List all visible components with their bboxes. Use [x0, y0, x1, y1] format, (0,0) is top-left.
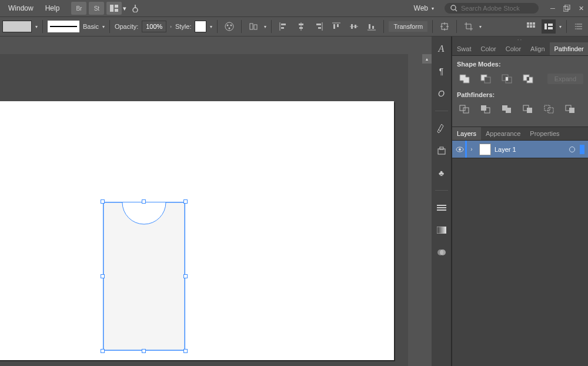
tab-layers[interactable]: Layers: [452, 127, 481, 140]
stroke-panel-icon[interactable]: [434, 200, 449, 215]
panel-menu-icon[interactable]: [572, 19, 586, 34]
recolor-icon[interactable]: [222, 19, 236, 34]
opacity-label: Opacity:: [115, 23, 138, 30]
character-panel-icon[interactable]: A: [434, 41, 449, 56]
tab-appearance[interactable]: Appearance: [481, 127, 525, 140]
layer-name[interactable]: Layer 1: [495, 146, 516, 153]
tab-properties[interactable]: Properties: [525, 127, 564, 140]
handle-tl[interactable]: [101, 199, 105, 204]
bridge-icon[interactable]: Br: [71, 2, 86, 15]
panel-arrange-icon[interactable]: [542, 19, 556, 34]
visibility-toggle-icon[interactable]: [456, 145, 464, 154]
grid-view-icon[interactable]: [524, 19, 538, 34]
pathfinders-heading: Pathfinders:: [457, 91, 583, 98]
align-vcenter-icon[interactable]: [347, 19, 361, 34]
fill-caret-icon[interactable]: ▾: [35, 24, 38, 29]
align-to-caret-icon[interactable]: ▾: [264, 24, 266, 29]
paragraph-panel-icon[interactable]: ¶: [434, 64, 449, 79]
svg-rect-14: [254, 25, 257, 29]
tab-swatches[interactable]: Swat: [452, 42, 476, 55]
svg-rect-32: [372, 26, 374, 29]
svg-point-3: [133, 8, 138, 12]
svg-point-5: [451, 5, 456, 10]
tab-color-guide[interactable]: Color: [501, 42, 526, 55]
trim-button[interactable]: [478, 103, 493, 116]
transparency-panel-icon[interactable]: [434, 245, 449, 260]
transform-button[interactable]: Transform: [389, 21, 427, 32]
layer-row[interactable]: › Layer 1: [452, 141, 588, 158]
collapsed-panel-strip: A ¶ O ♣: [432, 36, 452, 366]
align-hcenter-icon[interactable]: [294, 19, 308, 34]
stock-icon[interactable]: St: [89, 2, 104, 15]
exclude-button[interactable]: [520, 72, 536, 85]
svg-rect-26: [337, 24, 339, 27]
svg-rect-65: [506, 77, 508, 81]
handle-br[interactable]: [183, 349, 188, 353]
brushes-panel-icon[interactable]: [434, 121, 449, 136]
align-bottom-icon[interactable]: [365, 19, 379, 34]
panel-drag-handle[interactable]: [452, 36, 588, 42]
handle-tr[interactable]: [183, 199, 188, 204]
opacity-field[interactable]: 100%: [142, 21, 166, 32]
arrange-caret-icon[interactable]: ▾: [123, 5, 126, 12]
style-swatch[interactable]: [195, 21, 206, 32]
handle-tm[interactable]: [142, 199, 146, 204]
unite-button[interactable]: [457, 72, 472, 85]
align-right-icon[interactable]: [312, 19, 326, 34]
style-caret-icon[interactable]: ▾: [210, 24, 212, 29]
canvas[interactable]: [0, 54, 408, 366]
close-button[interactable]: ✕: [576, 4, 586, 13]
outline-button[interactable]: [542, 103, 557, 116]
opacity-caret-icon[interactable]: ›: [170, 24, 172, 29]
symbols-panel-icon[interactable]: [434, 143, 449, 158]
minus-back-button[interactable]: [563, 103, 578, 116]
stroke-profile-caret-icon[interactable]: ▾: [102, 24, 105, 29]
handle-bl[interactable]: [101, 349, 105, 353]
right-panels: Swat Color Color Align Pathfinder Shape …: [452, 36, 588, 366]
vertical-scrollbar[interactable]: ▴: [422, 54, 432, 366]
svg-rect-23: [318, 27, 321, 29]
selection-bounding-box[interactable]: [103, 202, 185, 351]
restore-button[interactable]: [562, 4, 572, 13]
layer-selection-indicator[interactable]: [580, 145, 584, 154]
crop-icon[interactable]: [462, 19, 476, 34]
align-top-icon[interactable]: [329, 19, 343, 34]
intersect-button[interactable]: [499, 72, 514, 85]
align-left-icon[interactable]: [276, 19, 290, 34]
svg-rect-7: [563, 6, 568, 11]
tab-pathfinder[interactable]: Pathfinder: [550, 42, 588, 55]
menu-help[interactable]: Help: [39, 2, 66, 15]
minimize-button[interactable]: ─: [548, 4, 557, 13]
handle-ml[interactable]: [101, 274, 105, 278]
layer-expand-icon[interactable]: ›: [467, 146, 476, 152]
opentype-panel-icon[interactable]: O: [434, 86, 449, 101]
layer-target-icon[interactable]: [569, 147, 575, 152]
stroke-preview[interactable]: [48, 21, 79, 32]
arrange-documents-icon[interactable]: [106, 2, 122, 15]
tab-color[interactable]: Color: [476, 42, 500, 55]
handle-bm[interactable]: [142, 349, 146, 353]
scroll-up-icon[interactable]: ▴: [422, 54, 432, 64]
crop-caret-icon[interactable]: ▾: [479, 24, 482, 29]
divide-button[interactable]: [457, 103, 472, 116]
isolate-icon[interactable]: [437, 19, 452, 34]
merge-button[interactable]: [499, 103, 514, 116]
minus-front-button[interactable]: [478, 72, 493, 85]
svg-rect-39: [530, 22, 532, 25]
tab-align[interactable]: Align: [526, 42, 549, 55]
search-input[interactable]: [461, 5, 533, 12]
svg-rect-20: [299, 27, 303, 29]
symbols2-panel-icon[interactable]: ♣: [434, 165, 449, 181]
adobe-stock-search[interactable]: [445, 3, 539, 14]
svg-rect-44: [544, 24, 547, 29]
workspace-dropdown[interactable]: Web ▾: [408, 2, 440, 14]
fill-swatch[interactable]: [2, 21, 32, 32]
gpu-preview-icon[interactable]: [128, 2, 143, 15]
crop-button[interactable]: [520, 103, 536, 116]
panel-arrange-caret-icon[interactable]: ▾: [559, 24, 562, 29]
handle-mr[interactable]: [183, 274, 188, 278]
align-to-icon[interactable]: [246, 19, 260, 34]
gradient-panel-icon[interactable]: [434, 222, 449, 238]
menu-window[interactable]: Window: [2, 2, 39, 15]
svg-rect-68: [527, 77, 529, 81]
